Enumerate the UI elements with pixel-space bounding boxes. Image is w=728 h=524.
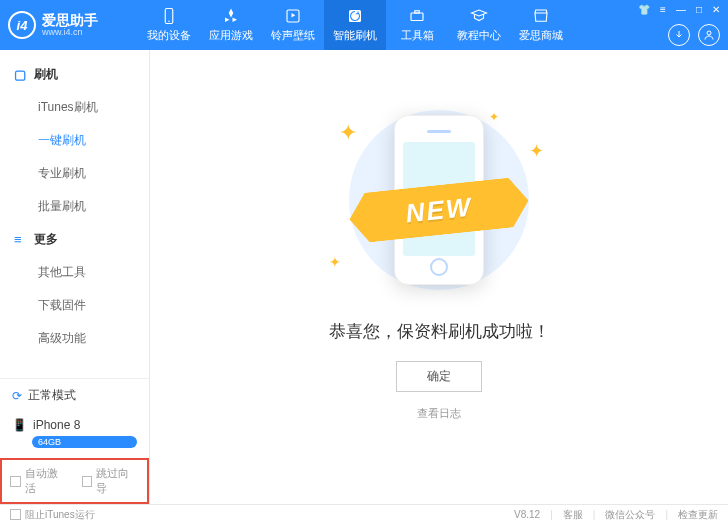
minimize-icon[interactable]: — bbox=[676, 4, 686, 15]
support-link[interactable]: 客服 bbox=[563, 508, 583, 522]
wechat-link[interactable]: 微信公众号 bbox=[605, 508, 655, 522]
nav-flash[interactable]: 智能刷机 bbox=[324, 0, 386, 50]
options-row: 自动激活 跳过向导 bbox=[0, 458, 149, 504]
nav-label: 教程中心 bbox=[457, 28, 501, 43]
main-nav: 我的设备 应用游戏 铃声壁纸 智能刷机 工具箱 教程中心 爱思商城 bbox=[138, 0, 572, 50]
ok-button[interactable]: 确定 bbox=[396, 361, 482, 392]
skin-icon[interactable]: 👕 bbox=[638, 4, 650, 15]
nav-label: 智能刷机 bbox=[333, 28, 377, 43]
svg-point-6 bbox=[707, 31, 711, 35]
sidebar-group-more[interactable]: ≡ 更多 bbox=[0, 223, 149, 256]
store-icon bbox=[532, 7, 550, 25]
tools-icon bbox=[408, 7, 426, 25]
skip-guide-checkbox[interactable]: 跳过向导 bbox=[82, 466, 140, 496]
sidebar: ▢ 刷机 iTunes刷机 一键刷机 专业刷机 批量刷机 ≡ 更多 其他工具 下… bbox=[0, 50, 150, 504]
sidebar-item-oneclick-flash[interactable]: 一键刷机 bbox=[0, 124, 149, 157]
device-icon bbox=[160, 7, 178, 25]
logo: i4 爱思助手 www.i4.cn bbox=[8, 11, 138, 39]
checkbox-icon bbox=[82, 476, 93, 487]
nav-label: 爱思商城 bbox=[519, 28, 563, 43]
svg-rect-4 bbox=[411, 13, 423, 21]
checkbox-icon bbox=[10, 476, 21, 487]
phone-icon: ▢ bbox=[14, 67, 28, 82]
flash-icon bbox=[346, 7, 364, 25]
success-illustration: ✦ ✦ ✦ ✦ NEW bbox=[309, 100, 569, 300]
apps-icon bbox=[222, 7, 240, 25]
user-button[interactable] bbox=[698, 24, 720, 46]
app-name: 爱思助手 bbox=[42, 13, 98, 27]
success-message: 恭喜您，保资料刷机成功啦！ bbox=[329, 320, 550, 343]
sidebar-item-advanced[interactable]: 高级功能 bbox=[0, 322, 149, 355]
sidebar-item-pro-flash[interactable]: 专业刷机 bbox=[0, 157, 149, 190]
svg-point-1 bbox=[168, 21, 170, 23]
maximize-icon[interactable]: □ bbox=[696, 4, 702, 15]
mode-label: 正常模式 bbox=[28, 387, 76, 404]
checkbox-label: 跳过向导 bbox=[96, 466, 139, 496]
nav-my-device[interactable]: 我的设备 bbox=[138, 0, 200, 50]
nav-label: 工具箱 bbox=[401, 28, 434, 43]
nav-tools[interactable]: 工具箱 bbox=[386, 0, 448, 50]
device-name: iPhone 8 bbox=[33, 418, 80, 432]
checkbox-label: 阻止iTunes运行 bbox=[25, 508, 95, 522]
star-icon: ✦ bbox=[339, 120, 357, 146]
star-icon: ✦ bbox=[489, 110, 499, 124]
nav-label: 应用游戏 bbox=[209, 28, 253, 43]
nav-apps[interactable]: 应用游戏 bbox=[200, 0, 262, 50]
update-link[interactable]: 检查更新 bbox=[678, 508, 718, 522]
nav-label: 铃声壁纸 bbox=[271, 28, 315, 43]
sidebar-item-other-tools[interactable]: 其他工具 bbox=[0, 256, 149, 289]
sidebar-item-batch-flash[interactable]: 批量刷机 bbox=[0, 190, 149, 223]
sidebar-item-download-firmware[interactable]: 下载固件 bbox=[0, 289, 149, 322]
star-icon: ✦ bbox=[529, 140, 544, 162]
media-icon bbox=[284, 7, 302, 25]
nav-tutorial[interactable]: 教程中心 bbox=[448, 0, 510, 50]
mode-status[interactable]: ⟳ 正常模式 bbox=[0, 378, 149, 412]
star-icon: ✦ bbox=[329, 254, 341, 270]
nav-store[interactable]: 爱思商城 bbox=[510, 0, 572, 50]
refresh-icon: ⟳ bbox=[12, 389, 22, 403]
nav-media[interactable]: 铃声壁纸 bbox=[262, 0, 324, 50]
window-controls: 👕 ≡ — □ ✕ bbox=[638, 4, 720, 15]
app-url: www.i4.cn bbox=[42, 27, 98, 37]
checkbox-icon bbox=[10, 509, 21, 520]
nav-label: 我的设备 bbox=[147, 28, 191, 43]
storage-badge: 64GB bbox=[32, 436, 137, 448]
group-title: 更多 bbox=[34, 231, 58, 248]
group-title: 刷机 bbox=[34, 66, 58, 83]
block-itunes-checkbox[interactable]: 阻止iTunes运行 bbox=[10, 508, 95, 522]
header-right: 👕 ≡ — □ ✕ bbox=[638, 0, 720, 50]
version-label: V8.12 bbox=[514, 509, 540, 520]
sidebar-item-itunes-flash[interactable]: iTunes刷机 bbox=[0, 91, 149, 124]
menu-icon[interactable]: ≡ bbox=[660, 4, 666, 15]
body: ▢ 刷机 iTunes刷机 一键刷机 专业刷机 批量刷机 ≡ 更多 其他工具 下… bbox=[0, 50, 728, 504]
main-content: ✦ ✦ ✦ ✦ NEW 恭喜您，保资料刷机成功啦！ 确定 查看日志 bbox=[150, 50, 728, 504]
device-status[interactable]: 📱 iPhone 8 64GB bbox=[0, 412, 149, 458]
view-log-link[interactable]: 查看日志 bbox=[417, 406, 461, 421]
svg-rect-5 bbox=[415, 11, 420, 13]
app-header: i4 爱思助手 www.i4.cn 我的设备 应用游戏 铃声壁纸 智能刷机 工具… bbox=[0, 0, 728, 50]
more-icon: ≡ bbox=[14, 232, 28, 247]
device-icon: 📱 bbox=[12, 418, 27, 432]
tutorial-icon bbox=[470, 7, 488, 25]
download-button[interactable] bbox=[668, 24, 690, 46]
auto-activate-checkbox[interactable]: 自动激活 bbox=[10, 466, 68, 496]
user-controls bbox=[668, 24, 720, 46]
close-icon[interactable]: ✕ bbox=[712, 4, 720, 15]
checkbox-label: 自动激活 bbox=[25, 466, 68, 496]
sidebar-group-flash[interactable]: ▢ 刷机 bbox=[0, 58, 149, 91]
logo-icon: i4 bbox=[8, 11, 36, 39]
footer: 阻止iTunes运行 V8.12 | 客服 | 微信公众号 | 检查更新 bbox=[0, 504, 728, 524]
